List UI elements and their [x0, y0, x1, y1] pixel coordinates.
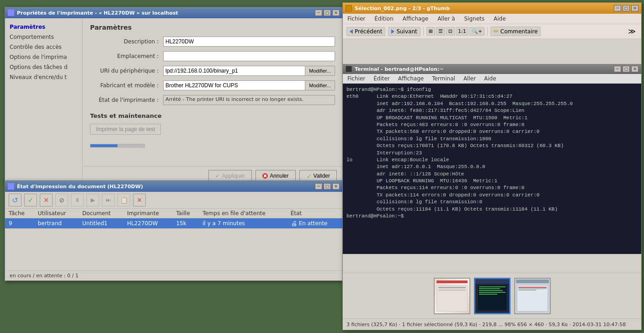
pause-button[interactable]: ⏸: [71, 194, 84, 206]
printer-props-window: Propriétés de l'imprimante - « HL2270DW …: [5, 7, 343, 185]
sidebar-item-comportements[interactable]: Comportements: [5, 32, 82, 42]
sidebar-item-niveaux[interactable]: Niveaux d'encre/du t: [5, 72, 82, 82]
cell-task: 9: [5, 218, 34, 229]
thumbnail-3[interactable]: [514, 278, 551, 314]
printer-icon: [8, 10, 14, 16]
stop-button[interactable]: ✕: [40, 194, 53, 206]
prev-button[interactable]: Précédent: [346, 27, 385, 36]
sidebar-item-parametres[interactable]: Paramètres: [5, 22, 82, 32]
maximize-button[interactable]: □: [324, 10, 331, 16]
print-queue-title: État d'impression du document (HL2270DW): [17, 184, 143, 190]
zoom-in-button[interactable]: 🔍+: [469, 27, 484, 36]
menu-aide[interactable]: Aide: [492, 15, 508, 23]
manufacturer-input-group: Modifier...: [163, 80, 335, 90]
apply-button[interactable]: ✓ Appliquer: [208, 170, 252, 182]
terminal-line: TX packets:114 errors:0 dropped:0 overru…: [346, 192, 638, 199]
description-input[interactable]: [163, 37, 335, 47]
terminal-maximize-button[interactable]: □: [623, 66, 630, 72]
terminal-close-button[interactable]: ✕: [631, 66, 639, 72]
terminal-line: Interruption:23: [346, 150, 638, 157]
term-menu-editer[interactable]: Éditer: [372, 74, 392, 83]
terminal-line: bertrand@HPsalon:~$ ifconfig: [346, 86, 638, 93]
play-button[interactable]: ▶: [86, 194, 99, 206]
progress-bar-container: [90, 144, 145, 148]
gthumb-menubar: Fichier Édition Affichage Aller à Signet…: [343, 14, 641, 24]
col-task: Tâche: [5, 209, 34, 218]
printer-sidebar: Paramètres Comportements Contrôle des ac…: [5, 18, 83, 185]
list-view-button[interactable]: ☰: [436, 27, 445, 36]
table-row[interactable]: 9 bertrand Untitled1 HL2270DW 15k il y a…: [5, 218, 342, 229]
sidebar-item-options-taches[interactable]: Options des tâches d: [5, 62, 82, 72]
queue-status-text: en cours / en attente : 0 / 1: [10, 273, 79, 279]
forward-button[interactable]: ⏭: [102, 194, 115, 206]
close-button[interactable]: ✕: [332, 10, 340, 16]
uri-label: URI du périphérique :: [90, 68, 163, 74]
term-menu-affichage[interactable]: Affichage: [396, 74, 426, 83]
term-menu-terminal[interactable]: Terminal: [430, 74, 457, 83]
term-menu-aide[interactable]: Aide: [482, 74, 498, 83]
status-label: État de l'imprimante :: [90, 97, 163, 103]
gthumb-maximize-button[interactable]: □: [623, 5, 630, 11]
location-input[interactable]: [163, 51, 335, 61]
grid-view-button[interactable]: ⊞: [426, 27, 435, 36]
uri-modifier-button[interactable]: Modifier...: [305, 66, 335, 76]
menu-aller[interactable]: Aller à: [436, 15, 457, 23]
progress-bar-fill: [90, 144, 117, 147]
manufacturer-input[interactable]: [163, 80, 305, 90]
menu-signets[interactable]: Signets: [463, 15, 487, 23]
queue-table: Tâche Utilisateur Document Imprimante Ta…: [5, 209, 342, 228]
fit-button[interactable]: ⊡: [446, 27, 455, 36]
section-title: Paramètres: [90, 24, 335, 31]
queue-minimize-button[interactable]: ─: [315, 183, 322, 190]
terminal-line: adr inet6: ::1/128 Scope:Hôte: [346, 171, 638, 178]
terminal-line: bertrand@HPsalon:~$: [346, 213, 638, 220]
gthumb-inner: Fichier Édition Affichage Aller à Signet…: [343, 14, 641, 330]
manufacturer-modifier-button[interactable]: Modifier...: [305, 80, 335, 90]
sidebar-item-options-imprima[interactable]: Options de l'imprima: [5, 52, 82, 62]
pause-icon: ⏸: [75, 197, 80, 203]
terminal-line: Packets reçus:114 erreurs:0 :0 overruns:…: [346, 185, 638, 191]
cell-user: bertrand: [34, 218, 79, 229]
queue-tbody: 9 bertrand Untitled1 HL2270DW 15k il y a…: [5, 218, 342, 229]
sidebar-item-controle[interactable]: Contrôle des accès: [5, 42, 82, 52]
delete-button[interactable]: ✕: [133, 194, 146, 206]
cell-document: Untitled1: [79, 218, 123, 229]
terminal-line: inet adr:127.0.0.1 Masque:255.0.0.0: [346, 164, 638, 170]
doc-button[interactable]: 📋: [117, 194, 130, 206]
block-button[interactable]: ⊘: [55, 194, 68, 206]
ok-button[interactable]: ✓ Valider: [299, 170, 337, 182]
queue-close-button[interactable]: ✕: [332, 183, 340, 190]
printer-body: Paramètres Comportements Contrôle des ac…: [5, 18, 342, 185]
menu-affichage[interactable]: Affichage: [401, 15, 430, 23]
thumbnail-1[interactable]: [434, 278, 470, 314]
menu-fichier[interactable]: Fichier: [346, 15, 367, 23]
term-menu-aller[interactable]: Aller: [462, 74, 478, 83]
printer-props-titlebar: Propriétés de l'imprimante - « HL2270DW …: [5, 7, 342, 18]
terminal-line: TX packets:568 errors:0 dropped:0 overru…: [346, 128, 638, 135]
menu-edition[interactable]: Édition: [373, 15, 395, 23]
terminal-line: adr inet6: fe80::217:31ff:fec5:d427/64 S…: [346, 107, 638, 114]
terminal-minimize-button[interactable]: ─: [614, 66, 621, 72]
queue-maximize-button[interactable]: □: [324, 183, 331, 190]
gthumb-close-button[interactable]: ✕: [631, 5, 639, 11]
gthumb-minimize-button[interactable]: ─: [614, 5, 621, 11]
terminal-body[interactable]: bertrand@HPsalon:~$ ifconfigeth0 Link en…: [343, 84, 641, 254]
status-row: État de l'imprimante : Arrêté - The prin…: [90, 95, 335, 105]
approve-button[interactable]: ✓: [24, 194, 37, 206]
maintenance-section: Tests et maintenance Imprimer la page de…: [90, 112, 335, 135]
thumbnail-2[interactable]: [474, 278, 511, 314]
uri-input[interactable]: [163, 66, 305, 76]
ok-icon: ✓: [306, 173, 312, 179]
col-printer: Imprimante: [123, 209, 173, 218]
fullsize-button[interactable]: 1:1: [456, 27, 468, 36]
printer-props-title: Propriétés de l'imprimante - « HL2270DW …: [17, 10, 178, 16]
test-print-button[interactable]: Imprimer la page de test: [90, 124, 161, 135]
minimize-button[interactable]: ─: [315, 10, 322, 16]
term-menu-fichier[interactable]: Fichier: [346, 74, 367, 83]
expand-button[interactable]: ≫: [626, 26, 638, 37]
comment-button[interactable]: ✏ Commentaire: [490, 26, 541, 36]
cell-time: il y a 7 minutes: [199, 218, 287, 229]
next-button[interactable]: Suivant: [388, 27, 420, 36]
cancel-button[interactable]: Annuler: [255, 170, 295, 182]
refresh-button[interactable]: ↺: [9, 194, 21, 206]
